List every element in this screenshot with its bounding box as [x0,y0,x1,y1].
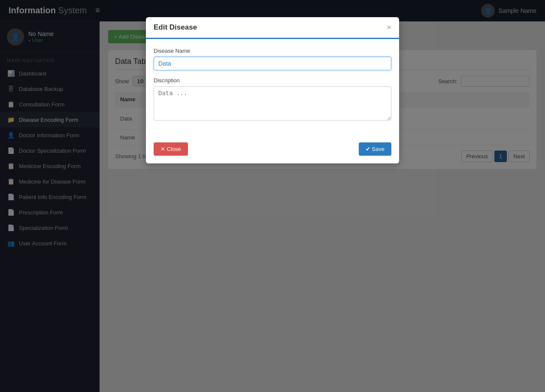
disease-name-group: Disease Name [154,48,391,70]
modal-backdrop: Edit Disease × Disease Name Discription … [0,0,545,392]
modal-save-button[interactable]: ✔ Save [359,142,391,156]
description-group: Discription [154,77,391,122]
modal-title: Edit Disease [154,23,197,32]
disease-name-label: Disease Name [154,48,391,54]
disease-name-input[interactable] [154,57,391,70]
description-textarea[interactable] [154,86,391,121]
description-label: Discription [154,77,391,84]
modal-close-button[interactable]: ✕ Close [154,142,188,156]
modal-body: Disease Name Discription [146,39,399,137]
edit-disease-modal: Edit Disease × Disease Name Discription … [146,17,399,163]
modal-footer: ✕ Close ✔ Save [146,137,399,163]
modal-close-x-button[interactable]: × [387,24,391,31]
modal-header: Edit Disease × [146,17,399,39]
